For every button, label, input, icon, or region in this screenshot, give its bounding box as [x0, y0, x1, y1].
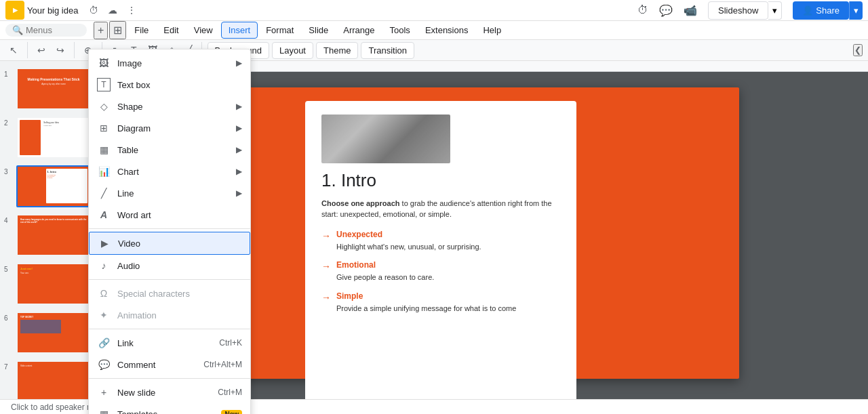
templates-badge: New	[221, 410, 242, 415]
app-title: Your big idea	[27, 5, 78, 16]
menu-plus-button[interactable]: +	[94, 22, 108, 39]
dd-item-textbox[interactable]: T Text box	[89, 74, 250, 96]
share-button[interactable]: 👤 Share	[793, 1, 849, 20]
menu-item-arrange[interactable]: Arrange	[336, 22, 381, 38]
dd-label-image: Image	[117, 58, 236, 68]
toolbar-theme-btn[interactable]: Theme	[316, 42, 358, 59]
arrow-unexpected: →	[321, 230, 331, 241]
slide-img-7: Slide content	[16, 360, 91, 399]
slide-img-1: Making Presentations That Stick Agency b…	[16, 68, 91, 110]
slides-panel: 1 Making Presentations That Stick Agency…	[0, 61, 95, 399]
menu-item-edit[interactable]: Edit	[157, 22, 185, 38]
dd-item-new-slide[interactable]: + New slide Ctrl+M	[89, 381, 250, 403]
dd-item-line[interactable]: ╱ Line ▶	[89, 182, 250, 204]
slide-thumb-7[interactable]: 7 Slide content	[3, 359, 92, 399]
dd-item-comment[interactable]: 💬 Comment Ctrl+Alt+M	[89, 354, 250, 375]
emotional-desc: Give people a reason to care.	[336, 272, 434, 283]
menu-item-slide[interactable]: Slide	[302, 22, 335, 38]
arrow-emotional: →	[321, 261, 331, 272]
link-shortcut: Ctrl+K	[219, 338, 242, 348]
dd-item-link[interactable]: 🔗 Link Ctrl+K	[89, 332, 250, 354]
dd-label-chart: Chart	[117, 167, 236, 177]
menu-grid-button[interactable]: ⊞	[109, 21, 126, 39]
toolbar-transition-btn[interactable]: Transition	[361, 42, 414, 59]
more-icon[interactable]: ⋮	[124, 3, 139, 17]
dd-label-wordart: Word art	[117, 210, 242, 220]
slide-canvas-container: 1. Intro Choose one approach to grab the…	[224, 87, 739, 379]
table-icon: ▦	[97, 143, 111, 157]
dd-item-templates[interactable]: ▦ Templates New	[89, 403, 250, 414]
dd-item-diagram[interactable]: ⊞ Diagram ▶	[89, 117, 250, 139]
section-emotional: → Emotional Give people a reason to care…	[321, 260, 560, 283]
diagram-arrow-icon: ▶	[236, 123, 242, 133]
dd-sep-4	[89, 378, 250, 379]
slideshow-arrow-button[interactable]: ▾	[768, 1, 782, 20]
toolbar-sep-2	[74, 42, 75, 58]
dd-item-chart[interactable]: 📊 Chart ▶	[89, 161, 250, 182]
slide-thumb-2[interactable]: 2 Selling your IdeaContent here	[3, 115, 92, 160]
section-simple: → Simple Provide a simple unifying messa…	[321, 291, 560, 314]
slide-thumb-3[interactable]: 3 1. Intro ● Unexpected ● Emotional ● Si…	[3, 164, 92, 209]
slide-num-6: 6	[4, 312, 14, 322]
toolbar-layout-btn[interactable]: Layout	[272, 42, 313, 59]
slide-num-4: 4	[4, 214, 14, 224]
menu-search-input[interactable]	[26, 25, 80, 35]
title-icons: ⏱ ☁ ⋮	[86, 3, 139, 17]
slide-num-5: 5	[4, 263, 14, 273]
section-emotional-content: Emotional Give people a reason to care.	[336, 260, 434, 283]
unexpected-desc: Highlight what's new, unusual, or surpri…	[336, 241, 481, 253]
line-icon: ╱	[97, 186, 111, 200]
menu-item-help[interactable]: Help	[476, 22, 508, 38]
new-slide-icon: +	[97, 386, 111, 399]
dd-item-audio[interactable]: ♪ Audio	[89, 255, 250, 276]
slide-num-2: 2	[4, 117, 14, 127]
dd-item-wordart[interactable]: A Word art	[89, 204, 250, 226]
toolbar-redo-btn[interactable]: ↪	[52, 42, 68, 58]
special-chars-icon: Ω	[97, 287, 111, 300]
chart-arrow-icon: ▶	[236, 167, 242, 176]
textbox-icon: T	[97, 78, 111, 91]
top-bar: ▶ Your big idea ⏱ ☁ ⋮ ⏱ 💬 📹 Slideshow ▾ …	[0, 0, 868, 21]
menu-item-tools[interactable]: Tools	[383, 22, 417, 38]
slide-body-highlight: Choose one approach	[321, 199, 400, 207]
slide-body: Choose one approach to grab the audience…	[321, 198, 560, 220]
history-icon[interactable]: ⏱	[86, 3, 101, 17]
slideshow-button[interactable]: Slideshow	[708, 1, 768, 20]
share-arrow-button[interactable]: ▾	[849, 1, 863, 20]
unexpected-title: Unexpected	[336, 230, 481, 239]
section-unexpected: → Unexpected Highlight what's new, unusu…	[321, 230, 560, 253]
simple-title: Simple	[336, 291, 516, 301]
menu-item-file[interactable]: File	[127, 22, 155, 38]
dd-item-image[interactable]: 🖼 Image ▶	[89, 52, 250, 74]
slide-thumb-6[interactable]: 6 TOP SECRET	[3, 310, 92, 355]
slide-thumb-4[interactable]: 4 How many languages do you need to know…	[3, 213, 92, 257]
menu-item-extensions[interactable]: Extensions	[418, 22, 475, 38]
shape-arrow-icon: ▶	[236, 102, 242, 111]
comments-btn[interactable]: 💬	[656, 1, 675, 20]
dd-item-video[interactable]: ▶ Video	[89, 232, 250, 255]
dd-item-table[interactable]: ▦ Table ▶	[89, 139, 250, 161]
line-arrow-icon: ▶	[236, 188, 242, 198]
top-icons: ⏱ 💬 📹	[635, 1, 700, 20]
share-label: Share	[816, 5, 840, 16]
menu-item-view[interactable]: View	[187, 22, 220, 38]
slide-img-6: TOP SECRET	[16, 312, 91, 354]
menu-item-insert[interactable]: Insert	[221, 22, 258, 39]
panel-collapse-btn[interactable]: ❮	[853, 44, 863, 56]
app-icon: ▶	[5, 1, 24, 20]
templates-icon: ▦	[97, 407, 111, 414]
toolbar-undo-btn[interactable]: ↩	[33, 42, 50, 58]
dd-item-shape[interactable]: ◇ Shape ▶	[89, 96, 250, 117]
history-btn[interactable]: ⏱	[635, 1, 651, 19]
present-options-btn[interactable]: 📹	[681, 1, 700, 20]
link-icon: 🔗	[97, 336, 111, 350]
menu-item-format[interactable]: Format	[259, 22, 300, 38]
dd-label-shape: Shape	[117, 102, 236, 112]
slide-thumb-1[interactable]: 1 Making Presentations That Stick Agency…	[3, 66, 92, 111]
share-icon: 👤	[802, 5, 813, 16]
drive-icon[interactable]: ☁	[105, 3, 120, 17]
dd-label-line: Line	[117, 188, 236, 199]
slide-thumb-5[interactable]: 5 Just one! Your one.	[3, 262, 92, 306]
toolbar-select-btn[interactable]: ↖	[5, 42, 22, 58]
dd-label-animation: Animation	[117, 310, 242, 320]
